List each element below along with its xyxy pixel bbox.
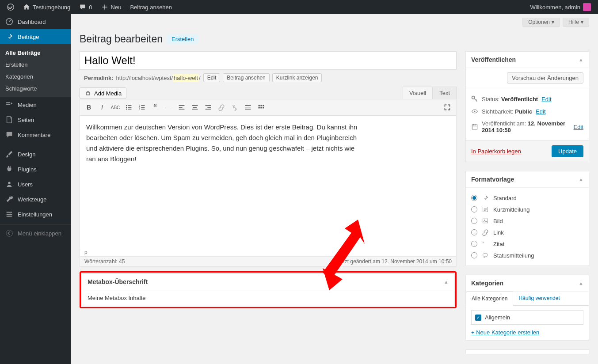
wordpress-icon [7, 4, 14, 11]
align-center-button[interactable] [189, 101, 201, 114]
format-standard[interactable]: Standard [471, 192, 583, 204]
menu-posts[interactable]: Beiträge [0, 29, 71, 44]
screen-options-tab[interactable]: Optionen ▾ [522, 18, 560, 27]
wp-logo[interactable] [4, 0, 18, 14]
tab-text[interactable]: Text [433, 87, 457, 99]
sliders-icon [5, 210, 13, 218]
chevron-up-icon[interactable]: ▲ [579, 281, 583, 286]
comments-link[interactable]: 0 [76, 0, 95, 14]
svg-marker-38 [323, 220, 365, 279]
format-header[interactable]: Formatvorlage ▲ [466, 171, 589, 188]
menu-tools[interactable]: Werkzeuge [0, 192, 71, 207]
blockquote-button[interactable]: “ [149, 101, 161, 114]
add-category-link[interactable]: + Neue Kategorie erstellen [471, 329, 583, 336]
view-post-button[interactable]: Beitrag ansehen [223, 73, 269, 82]
menu-users[interactable]: Users [0, 177, 71, 192]
format-link[interactable]: Link [471, 227, 583, 238]
svg-point-7 [87, 92, 89, 95]
menu-settings[interactable]: Einstellungen [0, 207, 71, 222]
add-new-button[interactable]: Erstellen [167, 34, 198, 44]
categories-header[interactable]: Kategorien ▲ [466, 275, 589, 292]
site-name-link[interactable]: Testumgebung [19, 0, 74, 14]
tab-visual[interactable]: Visuell [403, 87, 433, 99]
new-content-link[interactable]: Neu [98, 0, 125, 14]
view-post-link[interactable]: Beitrag ansehen [126, 0, 175, 14]
eye-icon [471, 108, 478, 115]
post-title-input[interactable] [80, 51, 457, 70]
svg-point-45 [484, 220, 485, 220]
update-button[interactable]: Update [552, 145, 583, 157]
screen-help-tab[interactable]: Hilfe ▾ [563, 18, 589, 27]
svg-rect-22 [179, 109, 185, 110]
hr-button[interactable]: — [162, 101, 175, 114]
next-box-partial [465, 349, 589, 354]
preview-button[interactable]: Vorschau der Änderungen [507, 72, 583, 83]
svg-rect-28 [206, 109, 211, 110]
menu-media[interactable]: Medien [0, 97, 71, 112]
permalink-url: http://localhost/wptest/hallo-welt/ [116, 75, 200, 81]
strikethrough-button[interactable]: ABC [109, 101, 122, 114]
chevron-up-icon[interactable]: ▲ [579, 57, 583, 62]
editor-path: p [80, 248, 457, 257]
aside-icon [482, 206, 489, 213]
metabox-header[interactable]: Metabox-Überschrift ▲ [82, 274, 454, 290]
collapse-menu[interactable]: Menü einklappen [0, 224, 71, 242]
submenu-new-post[interactable]: Erstellen [0, 59, 71, 71]
radio-icon [471, 241, 477, 247]
new-label: Neu [111, 4, 122, 11]
submenu-tags[interactable]: Schlagworte [0, 83, 71, 95]
menu-pages[interactable]: Seiten [0, 112, 71, 127]
fullscreen-button[interactable] [441, 101, 453, 114]
svg-point-47 [483, 253, 488, 257]
unlink-button[interactable] [229, 101, 241, 114]
editor-content[interactable]: Willkommen zur deutschen Version von Wor… [80, 116, 457, 248]
toolbar-toggle-button[interactable] [255, 101, 267, 114]
menu-dashboard[interactable]: Dashboard [0, 14, 71, 29]
submenu-all-posts[interactable]: Alle Beiträge [0, 47, 71, 59]
format-status[interactable]: Statusmitteilung [471, 250, 583, 261]
publish-header[interactable]: Veröffentlichen ▲ [466, 52, 589, 68]
link-button[interactable] [215, 101, 228, 114]
trash-link[interactable]: In Papierkorb legen [471, 148, 521, 155]
plugin-icon [5, 165, 13, 173]
checkbox-checked-icon[interactable]: ✓ [475, 315, 481, 321]
comments-count: 0 [89, 4, 92, 11]
highlight-annotation: Metabox-Überschrift ▲ Meine Metabox Inha… [80, 271, 457, 308]
format-aside[interactable]: Kurzmitteilung [471, 204, 583, 215]
submenu-categories[interactable]: Kategorien [0, 71, 71, 83]
bullet-list-button[interactable] [122, 101, 135, 114]
account-link[interactable]: Willkommen, admin [527, 0, 594, 14]
permalink-row: Permalink: http://localhost/wptest/hallo… [80, 71, 457, 87]
format-quote[interactable]: “Zitat [471, 238, 583, 250]
svg-rect-17 [141, 107, 145, 108]
ordered-list-button[interactable]: 123 [136, 101, 148, 114]
menu-appearance[interactable]: Design [0, 147, 71, 162]
edit-date-link[interactable]: Edit [574, 124, 583, 130]
tab-all-categories[interactable]: Alle Kategorien [466, 292, 513, 306]
edit-visibility-link[interactable]: Edit [536, 108, 545, 115]
menu-plugins[interactable]: Plugins [0, 162, 71, 177]
chevron-up-icon[interactable]: ▲ [579, 177, 583, 182]
arrow-annotation-icon [309, 220, 367, 290]
format-image[interactable]: Bild [471, 215, 583, 227]
edit-status-link[interactable]: Edit [541, 96, 551, 102]
svg-rect-27 [207, 107, 211, 108]
edit-slug-button[interactable]: Edit [203, 73, 221, 82]
svg-rect-20 [179, 105, 185, 106]
category-item[interactable]: ✓ Allgemein [475, 314, 579, 321]
bold-button[interactable]: B [83, 101, 95, 114]
svg-rect-19 [141, 109, 145, 110]
tab-popular-categories[interactable]: Häufig verwendet [513, 292, 565, 305]
italic-button[interactable]: I [96, 101, 108, 114]
shortlink-button[interactable]: Kurzlink anzeigen [272, 73, 322, 82]
svg-rect-23 [192, 105, 198, 106]
add-media-button[interactable]: Add Media [80, 87, 126, 99]
chevron-up-icon[interactable]: ▲ [444, 279, 449, 284]
menu-comments[interactable]: Kommentare [0, 127, 71, 142]
pin-icon [482, 194, 489, 201]
page-icon [5, 116, 13, 124]
align-right-button[interactable] [202, 101, 214, 114]
align-left-button[interactable] [175, 101, 188, 114]
more-button[interactable] [242, 101, 254, 114]
format-box: Formatvorlage ▲ Standard Kurzmitteilung … [465, 171, 589, 266]
